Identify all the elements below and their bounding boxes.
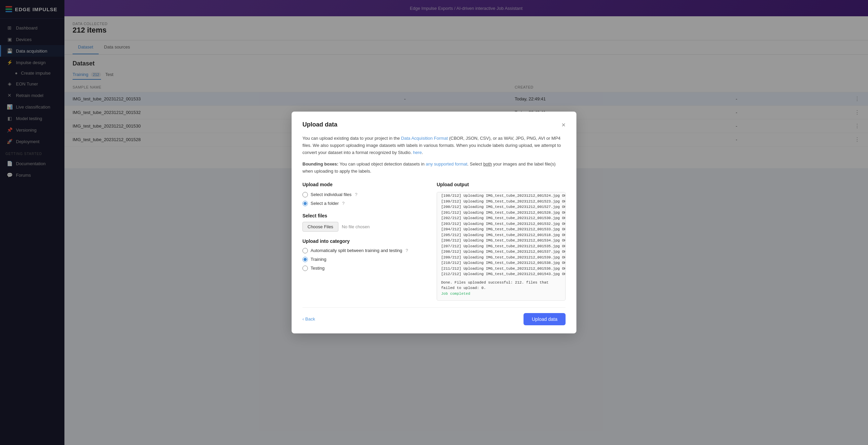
upload-data-modal: Upload data × You can upload existing da… [292,112,576,333]
output-line: [206/212] Uploading IMG_test_tube_202312… [441,238,561,244]
choose-files-button[interactable]: Choose Files [302,222,338,232]
training-radio-label: Training [311,257,326,262]
upload-output-heading: Upload output [437,182,566,187]
output-line: [199/212] Uploading IMG_test_tube_202312… [441,199,561,205]
output-line: [198/212] Uploading IMG_test_tube_202312… [441,193,561,199]
upload-mode-heading: Upload mode [302,182,429,187]
bounding-boxes-label: Bounding boxes: [302,161,338,167]
modal-right: Upload output [195/212] Uploading IMG_te… [437,182,566,301]
output-line: [209/212] Uploading IMG_test_tube_202312… [441,255,561,260]
select-files-label: Select files [302,213,429,218]
auto-split-radio[interactable] [302,248,308,253]
output-line: [211/212] Uploading IMG_test_tube_202312… [441,266,561,272]
auto-split-help-icon: ? [406,248,408,253]
modal-overlay[interactable]: Upload data × You can upload existing da… [0,0,868,445]
output-panel[interactable]: [195/212] Uploading IMG_test_tube_202312… [437,192,566,301]
output-line: [200/212] Uploading IMG_test_tube_202312… [441,204,561,210]
output-line: [205/212] Uploading IMG_test_tube_202312… [441,232,561,238]
auto-split-label: Automatically split between training and… [311,248,402,253]
select-individual-files-option[interactable]: Select individual files ? [302,192,429,197]
category-radio-group: Automatically split between training and… [302,248,429,271]
back-label: Back [305,316,315,322]
output-line: [208/212] Uploading IMG_test_tube_202312… [441,249,561,255]
here-link[interactable]: here [413,150,422,155]
testing-radio-label: Testing [311,266,324,271]
no-file-text: No file chosen [342,224,370,229]
training-radio[interactable] [302,257,308,262]
output-line: [210/212] Uploading IMG_test_tube_202312… [441,260,561,266]
output-completed-text: Job completed [441,291,561,297]
modal-title: Upload data [302,121,337,128]
individual-files-radio[interactable] [302,192,308,197]
output-line: [202/212] Uploading IMG_test_tube_202312… [441,215,561,221]
training-option[interactable]: Training [302,257,429,262]
testing-option[interactable]: Testing [302,266,429,271]
output-line: [204/212] Uploading IMG_test_tube_202312… [441,227,561,232]
individual-help-icon: ? [355,192,357,197]
individual-files-label: Select individual files [311,192,352,197]
modal-body: Upload mode Select individual files ? Se… [302,182,566,301]
testing-radio[interactable] [302,266,308,271]
auto-split-option[interactable]: Automatically split between training and… [302,248,429,253]
data-acquisition-format-link[interactable]: Data Acquisition Format [401,136,448,141]
upload-data-button[interactable]: Upload data [524,313,566,325]
modal-intro: You can upload existing data to your pro… [302,135,566,156]
output-line: [212/212] Uploading IMG_test_tube_202312… [441,271,561,277]
supported-format-link[interactable]: any supported format [426,161,467,167]
output-line: [201/212] Uploading IMG_test_tube_202312… [441,210,561,216]
upload-into-category-label: Upload into category [302,238,429,244]
file-input-row: Choose Files No file chosen [302,222,429,232]
modal-bounding-boxes: Bounding boxes: You can upload object de… [302,161,566,175]
output-line: [207/212] Uploading IMG_test_tube_202312… [441,244,561,249]
output-line: [203/212] Uploading IMG_test_tube_202312… [441,221,561,227]
back-button[interactable]: ‹ Back [302,316,315,322]
folder-radio[interactable] [302,201,308,206]
modal-close-button[interactable]: × [561,121,566,128]
select-folder-option[interactable]: Select a folder ? [302,201,429,206]
back-chevron: ‹ [302,316,304,322]
modal-left: Upload mode Select individual files ? Se… [302,182,429,301]
folder-help-icon: ? [342,201,344,206]
output-done-text: Done. Files uploaded successful: 212. fi… [441,280,561,291]
upload-mode-radio-group: Select individual files ? Select a folde… [302,192,429,206]
modal-footer: ‹ Back Upload data [302,307,566,325]
select-folder-label: Select a folder [311,201,339,206]
both-text: both [483,161,492,167]
modal-header: Upload data × [302,121,566,128]
